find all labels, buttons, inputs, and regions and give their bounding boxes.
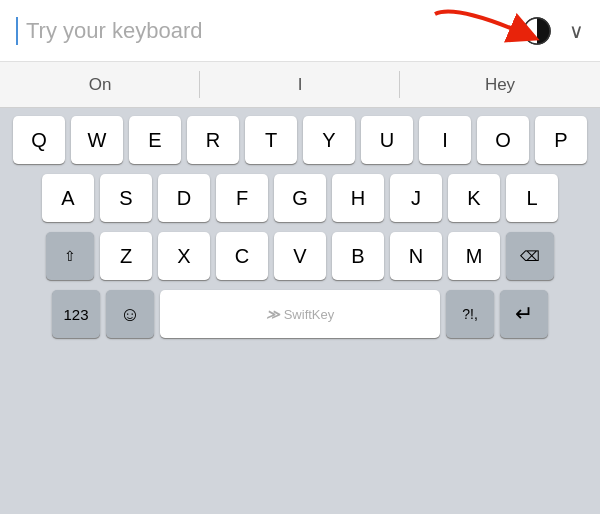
space-key[interactable]: ≫ SwiftKey [160,290,440,338]
key-p[interactable]: P [535,116,587,164]
swiftkey-logo: ≫ SwiftKey [266,307,335,322]
key-h[interactable]: H [332,174,384,222]
key-z[interactable]: Z [100,232,152,280]
numbers-key[interactable]: 123 [52,290,100,338]
theme-toggle-button[interactable] [519,13,555,49]
backspace-key[interactable]: ⌫ [506,232,554,280]
key-m[interactable]: M [448,232,500,280]
input-bar[interactable]: Try your keyboard ∨ [0,0,600,62]
key-u[interactable]: U [361,116,413,164]
shift-key[interactable]: ⇧ [46,232,94,280]
key-w[interactable]: W [71,116,123,164]
swiftkey-s-icon: ≫ [266,307,280,322]
key-i[interactable]: I [419,116,471,164]
key-f[interactable]: F [216,174,268,222]
key-s[interactable]: S [100,174,152,222]
emoji-key[interactable]: ☺ [106,290,154,338]
key-r[interactable]: R [187,116,239,164]
keyboard-row-bottom: 123 ☺ ≫ SwiftKey ?!, ↵ [3,290,597,338]
key-j[interactable]: J [390,174,442,222]
autocomplete-bar: On I Hey [0,62,600,108]
key-e[interactable]: E [129,116,181,164]
key-a[interactable]: A [42,174,94,222]
text-cursor [16,17,18,45]
autocomplete-item-hey[interactable]: Hey [400,62,600,107]
keyboard-row-1: Q W E R T Y U I O P [3,116,597,164]
keyboard-row-3: ⇧ Z X C V B N M ⌫ [3,232,597,280]
key-o[interactable]: O [477,116,529,164]
return-key[interactable]: ↵ [500,290,548,338]
key-q[interactable]: Q [13,116,65,164]
autocomplete-item-on[interactable]: On [0,62,200,107]
half-circle-icon [523,17,551,45]
key-g[interactable]: G [274,174,326,222]
keyboard-row-2: A S D F G H J K L [3,174,597,222]
keyboard: Q W E R T Y U I O P A S D F G H J K L ⇧ … [0,108,600,352]
key-d[interactable]: D [158,174,210,222]
autocomplete-item-i[interactable]: I [200,62,400,107]
key-x[interactable]: X [158,232,210,280]
chevron-down-icon[interactable]: ∨ [569,19,584,43]
key-b[interactable]: B [332,232,384,280]
key-t[interactable]: T [245,116,297,164]
key-l[interactable]: L [506,174,558,222]
swiftkey-label: SwiftKey [284,307,335,322]
key-c[interactable]: C [216,232,268,280]
key-v[interactable]: V [274,232,326,280]
key-k[interactable]: K [448,174,500,222]
key-n[interactable]: N [390,232,442,280]
input-placeholder: Try your keyboard [26,18,519,44]
punctuation-key[interactable]: ?!, [446,290,494,338]
key-y[interactable]: Y [303,116,355,164]
